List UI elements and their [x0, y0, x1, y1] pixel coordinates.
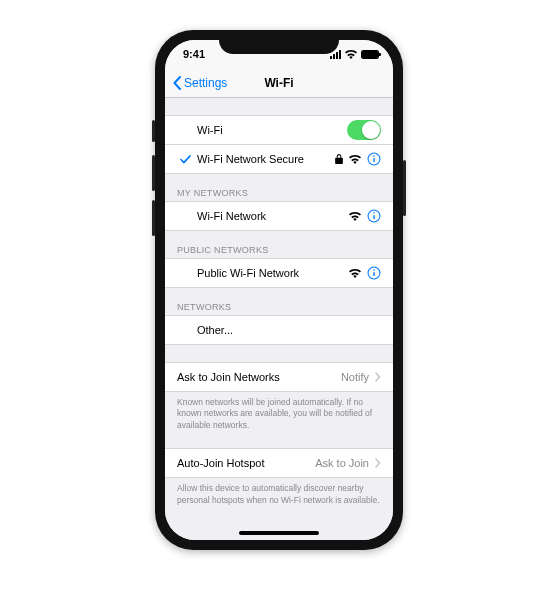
- auto-join-hotspot-footer: Allow this device to automatically disco…: [165, 478, 393, 506]
- auto-join-hotspot-value: Ask to Join: [315, 457, 369, 469]
- wifi-status-icon: [345, 50, 357, 59]
- svg-point-5: [373, 212, 375, 214]
- networks-header: Networks: [165, 288, 393, 316]
- public-network-name: Public Wi-Fi Network: [197, 267, 349, 279]
- my-network-row[interactable]: Wi-Fi Network: [165, 201, 393, 231]
- auto-join-hotspot-label: Auto-Join Hotspot: [177, 457, 315, 469]
- signal-icon: [330, 50, 341, 59]
- ask-to-join-value: Notify: [341, 371, 369, 383]
- svg-rect-1: [373, 158, 374, 162]
- check-icon: [177, 155, 193, 164]
- info-icon[interactable]: [367, 266, 381, 280]
- public-network-row[interactable]: Public Wi-Fi Network: [165, 258, 393, 288]
- info-icon[interactable]: [367, 152, 381, 166]
- svg-point-8: [373, 269, 375, 271]
- auto-join-hotspot-row[interactable]: Auto-Join Hotspot Ask to Join: [165, 448, 393, 478]
- wifi-icon: [349, 155, 361, 164]
- wifi-toggle-label: Wi-Fi: [197, 124, 347, 136]
- svg-rect-7: [373, 272, 374, 276]
- chevron-right-icon: [375, 458, 381, 468]
- content-scroll[interactable]: Wi-Fi Wi-Fi Network Secure: [165, 98, 393, 540]
- lock-icon: [335, 154, 343, 164]
- status-bar: 9:41: [165, 40, 393, 68]
- screen: 9:41 Settings Wi-Fi Wi-Fi: [165, 40, 393, 540]
- back-button[interactable]: Settings: [173, 76, 227, 90]
- svg-point-2: [373, 155, 375, 157]
- my-networks-header: My Networks: [165, 174, 393, 202]
- nav-bar: Settings Wi-Fi: [165, 68, 393, 98]
- back-label: Settings: [184, 76, 227, 90]
- status-time: 9:41: [183, 48, 205, 60]
- wifi-toggle[interactable]: [347, 120, 381, 140]
- other-label: Other...: [197, 324, 381, 336]
- public-networks-header: Public Networks: [165, 231, 393, 259]
- chevron-right-icon: [375, 372, 381, 382]
- home-indicator[interactable]: [239, 531, 319, 535]
- battery-icon: [361, 50, 379, 59]
- info-icon[interactable]: [367, 209, 381, 223]
- ask-to-join-label: Ask to Join Networks: [177, 371, 341, 383]
- connected-network-row[interactable]: Wi-Fi Network Secure: [165, 144, 393, 174]
- other-network-row[interactable]: Other...: [165, 315, 393, 345]
- wifi-toggle-row: Wi-Fi: [165, 115, 393, 145]
- connected-network-name: Wi-Fi Network Secure: [197, 153, 335, 165]
- wifi-icon: [349, 269, 361, 278]
- ask-to-join-row[interactable]: Ask to Join Networks Notify: [165, 362, 393, 392]
- phone-frame: 9:41 Settings Wi-Fi Wi-Fi: [155, 30, 403, 550]
- page-title: Wi-Fi: [264, 76, 293, 90]
- wifi-icon: [349, 212, 361, 221]
- svg-rect-4: [373, 215, 374, 219]
- my-network-name: Wi-Fi Network: [197, 210, 349, 222]
- ask-to-join-footer: Known networks will be joined automatica…: [165, 392, 393, 431]
